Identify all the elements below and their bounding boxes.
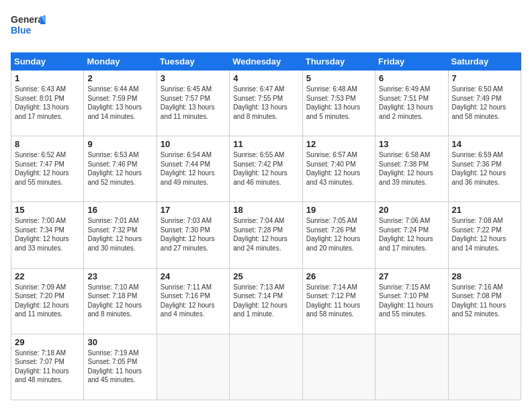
calendar-empty-cell	[302, 334, 375, 400]
sunrise-label: Sunrise: 6:48 AM	[306, 85, 357, 93]
day-info: Sunrise: 6:44 AM Sunset: 7:59 PM Dayligh…	[87, 85, 152, 121]
day-info: Sunrise: 7:01 AM Sunset: 7:32 PM Dayligh…	[87, 216, 152, 253]
day-number: 16	[87, 205, 152, 215]
calendar-week-row: 8 Sunrise: 6:52 AM Sunset: 7:47 PM Dayli…	[11, 136, 521, 202]
calendar-day-cell: 22 Sunrise: 7:09 AM Sunset: 7:20 PM Dayl…	[11, 268, 84, 334]
day-info: Sunrise: 7:09 AM Sunset: 7:20 PM Dayligh…	[15, 283, 80, 319]
svg-text:Blue: Blue	[11, 25, 32, 36]
daylight-label: Daylight: 12 hours and 58 minutes.	[452, 103, 506, 120]
daylight-label: Daylight: 13 hours and 5 minutes.	[306, 103, 361, 120]
calendar-day-cell: 6 Sunrise: 6:49 AM Sunset: 7:51 PM Dayli…	[375, 71, 448, 136]
sunset-label: Sunset: 7:05 PM	[87, 358, 137, 365]
calendar-day-cell: 29 Sunrise: 7:18 AM Sunset: 7:07 PM Dayl…	[11, 334, 84, 400]
day-number: 22	[15, 271, 80, 281]
header: General Blue	[11, 11, 521, 46]
day-info: Sunrise: 6:45 AM Sunset: 7:57 PM Dayligh…	[161, 85, 226, 121]
daylight-label: Daylight: 12 hours and 4 minutes.	[161, 302, 215, 318]
sunrise-label: Sunrise: 6:55 AM	[233, 151, 284, 158]
daylight-label: Daylight: 12 hours and 27 minutes.	[161, 235, 215, 252]
daylight-label: Daylight: 13 hours and 2 minutes.	[379, 103, 433, 120]
calendar-day-cell: 8 Sunrise: 6:52 AM Sunset: 7:47 PM Dayli…	[11, 136, 84, 202]
calendar-day-cell: 7 Sunrise: 6:50 AM Sunset: 7:49 PM Dayli…	[448, 71, 521, 136]
sunrise-label: Sunrise: 7:05 AM	[306, 217, 357, 224]
daylight-label: Daylight: 12 hours and 14 minutes.	[452, 235, 506, 252]
calendar-day-cell: 21 Sunrise: 7:08 AM Sunset: 7:22 PM Dayl…	[448, 202, 521, 268]
day-number: 26	[306, 271, 371, 281]
day-number: 29	[15, 337, 80, 347]
day-info: Sunrise: 6:53 AM Sunset: 7:46 PM Dayligh…	[87, 150, 152, 187]
sunset-label: Sunset: 7:26 PM	[306, 226, 356, 234]
header-wednesday: Wednesday	[230, 53, 302, 71]
sunset-label: Sunset: 7:34 PM	[15, 226, 64, 234]
daylight-label: Daylight: 12 hours and 49 minutes.	[161, 169, 215, 186]
calendar-week-row: 29 Sunrise: 7:18 AM Sunset: 7:07 PM Dayl…	[11, 334, 521, 400]
day-number: 7	[452, 73, 517, 83]
sunset-label: Sunset: 7:49 PM	[452, 95, 502, 102]
day-info: Sunrise: 7:16 AM Sunset: 7:08 PM Dayligh…	[452, 283, 517, 319]
day-info: Sunrise: 7:11 AM Sunset: 7:16 PM Dayligh…	[161, 283, 226, 319]
calendar-day-cell: 13 Sunrise: 6:58 AM Sunset: 7:38 PM Dayl…	[375, 136, 448, 202]
calendar-day-cell: 14 Sunrise: 6:59 AM Sunset: 7:36 PM Dayl…	[448, 136, 521, 202]
day-number: 17	[161, 205, 226, 215]
daylight-label: Daylight: 12 hours and 46 minutes.	[233, 169, 287, 186]
day-info: Sunrise: 6:52 AM Sunset: 7:47 PM Dayligh…	[15, 150, 80, 187]
calendar-day-cell: 1 Sunrise: 6:43 AM Sunset: 8:01 PM Dayli…	[11, 71, 84, 136]
calendar-week-row: 1 Sunrise: 6:43 AM Sunset: 8:01 PM Dayli…	[11, 71, 521, 136]
calendar-day-cell: 30 Sunrise: 7:19 AM Sunset: 7:05 PM Dayl…	[84, 334, 157, 400]
daylight-label: Daylight: 13 hours and 14 minutes.	[87, 103, 142, 120]
daylight-label: Daylight: 12 hours and 17 minutes.	[379, 235, 433, 252]
calendar-day-cell: 12 Sunrise: 6:57 AM Sunset: 7:40 PM Dayl…	[302, 136, 375, 202]
day-info: Sunrise: 7:10 AM Sunset: 7:18 PM Dayligh…	[87, 283, 152, 319]
sunset-label: Sunset: 7:32 PM	[87, 226, 137, 234]
sunrise-label: Sunrise: 6:47 AM	[233, 85, 284, 93]
sunrise-label: Sunrise: 6:50 AM	[452, 85, 503, 93]
logo-icon: General Blue	[11, 11, 46, 43]
sunset-label: Sunset: 7:16 PM	[161, 292, 210, 300]
calendar-day-cell: 23 Sunrise: 7:10 AM Sunset: 7:18 PM Dayl…	[84, 268, 157, 334]
daylight-label: Daylight: 12 hours and 8 minutes.	[87, 302, 142, 318]
sunrise-label: Sunrise: 7:15 AM	[379, 283, 430, 291]
daylight-label: Daylight: 12 hours and 11 minutes.	[15, 302, 69, 318]
calendar-empty-cell	[375, 334, 448, 400]
sunset-label: Sunset: 7:57 PM	[161, 95, 210, 102]
sunset-label: Sunset: 7:07 PM	[15, 358, 64, 365]
sunrise-label: Sunrise: 6:43 AM	[15, 85, 66, 93]
header-tuesday: Tuesday	[157, 53, 229, 71]
calendar-day-cell: 28 Sunrise: 7:16 AM Sunset: 7:08 PM Dayl…	[448, 268, 521, 334]
calendar-day-cell: 15 Sunrise: 7:00 AM Sunset: 7:34 PM Dayl…	[11, 202, 84, 268]
calendar-week-row: 22 Sunrise: 7:09 AM Sunset: 7:20 PM Dayl…	[11, 268, 521, 334]
day-number: 18	[233, 205, 298, 215]
day-info: Sunrise: 6:49 AM Sunset: 7:51 PM Dayligh…	[379, 85, 444, 121]
sunset-label: Sunset: 7:08 PM	[452, 292, 502, 300]
day-info: Sunrise: 7:18 AM Sunset: 7:07 PM Dayligh…	[15, 349, 80, 385]
day-number: 5	[306, 73, 371, 83]
calendar-day-cell: 10 Sunrise: 6:54 AM Sunset: 7:44 PM Dayl…	[157, 136, 229, 202]
sunrise-label: Sunrise: 6:49 AM	[379, 85, 430, 93]
sunset-label: Sunset: 7:47 PM	[15, 161, 64, 168]
daylight-label: Daylight: 12 hours and 30 minutes.	[87, 235, 142, 252]
day-info: Sunrise: 6:59 AM Sunset: 7:36 PM Dayligh…	[452, 150, 517, 187]
day-info: Sunrise: 7:13 AM Sunset: 7:14 PM Dayligh…	[233, 283, 298, 319]
day-number: 25	[233, 271, 298, 281]
day-number: 14	[452, 139, 517, 149]
sunset-label: Sunset: 7:59 PM	[87, 95, 137, 102]
day-info: Sunrise: 6:48 AM Sunset: 7:53 PM Dayligh…	[306, 85, 371, 121]
day-number: 30	[87, 337, 152, 347]
sunrise-label: Sunrise: 7:08 AM	[452, 217, 503, 224]
calendar-day-cell: 17 Sunrise: 7:03 AM Sunset: 7:30 PM Dayl…	[157, 202, 229, 268]
calendar-header-row: Sunday Monday Tuesday Wednesday Thursday…	[11, 53, 521, 71]
calendar-day-cell: 20 Sunrise: 7:06 AM Sunset: 7:24 PM Dayl…	[375, 202, 448, 268]
sunrise-label: Sunrise: 7:14 AM	[306, 283, 357, 291]
day-info: Sunrise: 6:54 AM Sunset: 7:44 PM Dayligh…	[161, 150, 226, 187]
calendar-empty-cell	[230, 334, 302, 400]
day-info: Sunrise: 7:15 AM Sunset: 7:10 PM Dayligh…	[379, 283, 444, 319]
calendar-day-cell: 25 Sunrise: 7:13 AM Sunset: 7:14 PM Dayl…	[230, 268, 302, 334]
day-number: 4	[233, 73, 298, 83]
calendar-day-cell: 4 Sunrise: 6:47 AM Sunset: 7:55 PM Dayli…	[230, 71, 302, 136]
day-number: 23	[87, 271, 152, 281]
day-info: Sunrise: 7:03 AM Sunset: 7:30 PM Dayligh…	[161, 216, 226, 253]
sunrise-label: Sunrise: 7:10 AM	[87, 283, 138, 291]
day-info: Sunrise: 7:08 AM Sunset: 7:22 PM Dayligh…	[452, 216, 517, 253]
sunrise-label: Sunrise: 6:44 AM	[87, 85, 138, 93]
sunset-label: Sunset: 7:24 PM	[379, 226, 429, 234]
